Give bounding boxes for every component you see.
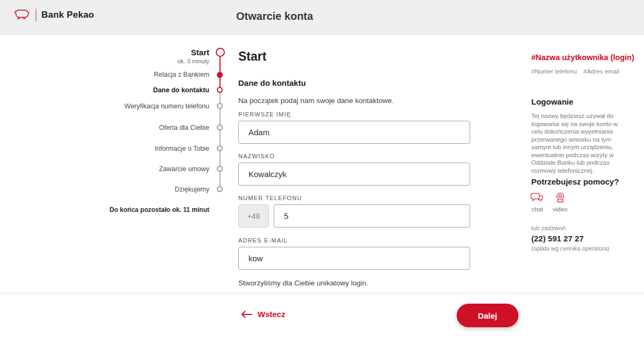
- step-dziekujemy[interactable]: Dziękujemy: [0, 186, 209, 194]
- step-oferta-dla-ciebie[interactable]: Oferta dla Ciebie: [0, 124, 209, 132]
- helpline-phone-number: (22) 591 27 27: [531, 234, 584, 243]
- first-name-label: PIERWSZE IMIĘ: [238, 111, 291, 117]
- step-dot-start: [216, 48, 225, 57]
- last-name-input[interactable]: [238, 163, 470, 186]
- step-dot-oferta: [217, 124, 223, 130]
- chat-icon: [530, 192, 544, 204]
- step-zawarcie-umowy[interactable]: Zawarcie umowy: [0, 165, 209, 173]
- step-start[interactable]: Start: [0, 48, 209, 56]
- login-heading: Logowanie: [531, 97, 573, 106]
- chat-help-button[interactable]: chat: [530, 192, 544, 212]
- unique-login-note: Stworzyliśmy dla Ciebie unikatowy login.: [238, 279, 368, 287]
- phone-label: NUMER TELEFONU: [238, 195, 302, 201]
- step-informacje-o-tobie[interactable]: Informacje o Tobie: [0, 145, 209, 153]
- step-dot-zawarcie: [217, 166, 223, 172]
- video-help-button[interactable]: video: [553, 192, 568, 212]
- hashtag-list: #Numer telefonu#Adres email: [531, 68, 626, 75]
- top-header: Bank Pekao Otwarcie konta: [0, 0, 644, 35]
- step-start-duration: ok. 3 minuty: [0, 58, 209, 64]
- step-dot-relacja-completed: [217, 72, 223, 78]
- bank-pekao-logo[interactable]: Bank Pekao: [13, 9, 94, 21]
- help-heading: Potrzebujesz pomocy?: [531, 177, 619, 186]
- login-description: Tej nazwy będziesz używał do logowania s…: [531, 112, 627, 174]
- chat-label: chat: [531, 206, 543, 212]
- login-hashtag-title: #Nazwa użytkownika (login): [531, 53, 634, 62]
- step-dot-weryfikacja: [217, 103, 223, 109]
- step-dane-do-kontaktu[interactable]: Dane do kontaktu: [0, 86, 209, 94]
- phone-rate-note: (opłata wg cennika operatora): [531, 245, 610, 252]
- time-remaining-note: Do końca pozostało ok. 11 minut: [0, 206, 209, 214]
- arrow-left-icon: [240, 310, 253, 319]
- call-text: lub zadzwoń: [531, 225, 566, 231]
- bison-icon: [13, 9, 31, 21]
- footer-divider: [0, 293, 644, 293]
- next-button[interactable]: Dalej: [457, 304, 518, 327]
- step-dot-dane-active: [217, 87, 223, 93]
- form-section-title: Dane do kontaktu: [238, 78, 306, 87]
- step-relacja-z-bankiem[interactable]: Relacja z Bankiem: [0, 71, 209, 79]
- phone-prefix: +48: [238, 204, 269, 227]
- video-label: video: [553, 206, 568, 212]
- step-weryfikacja-numeru-telefonu[interactable]: Weryfikacja numeru telefonu: [0, 102, 209, 111]
- hashtag-email: #Adres email: [583, 68, 619, 75]
- account-opening-page: Bank Pekao Otwarcie konta Start ok. 3 mi…: [0, 0, 644, 338]
- hashtag-phone: #Numer telefonu: [531, 68, 577, 75]
- help-options: chat video: [530, 192, 568, 212]
- back-button[interactable]: Wstecz: [240, 310, 286, 319]
- back-button-label: Wstecz: [258, 310, 286, 319]
- form-page-title: Start: [238, 49, 266, 64]
- email-input[interactable]: [238, 247, 470, 270]
- phone-input[interactable]: [274, 204, 470, 227]
- page-header-title: Otwarcie konta: [236, 10, 313, 23]
- brand-name: Bank Pekao: [41, 10, 94, 20]
- last-name-label: NAZWISKO: [238, 153, 275, 159]
- email-label: ADRES E-MAIL: [238, 237, 288, 244]
- first-name-input[interactable]: [238, 121, 470, 144]
- step-dot-informacje: [217, 145, 223, 151]
- form-intro-text: Na początek podaj nam swoje dane kontakt…: [238, 97, 394, 105]
- step-dot-dziekujemy: [217, 186, 223, 192]
- video-icon: [554, 192, 567, 204]
- logo-divider: [35, 9, 36, 21]
- timeline-segment-completed: [219, 52, 221, 90]
